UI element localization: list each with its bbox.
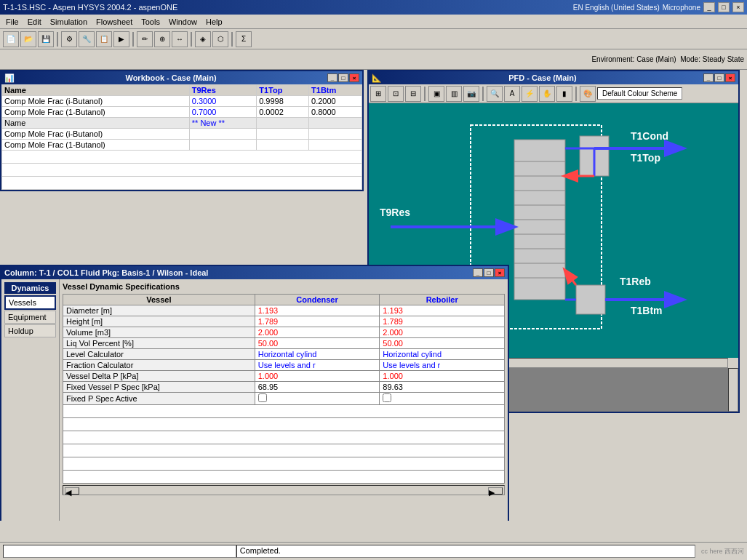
content-hscroll[interactable]: ◀ ▶ xyxy=(63,485,505,495)
val-fixedp-reb[interactable]: 89.63 xyxy=(380,382,505,393)
maximize-button[interactable]: □ xyxy=(718,2,730,12)
menu-window[interactable]: Window xyxy=(164,17,201,27)
misc1-icon[interactable]: Σ xyxy=(236,31,252,47)
val-fixedp-cond[interactable]: 68.95 xyxy=(255,382,380,393)
pfd-text[interactable]: A xyxy=(504,86,520,102)
val-levelcalc-cond[interactable]: Horizontal cylind xyxy=(255,349,380,360)
tool3-icon[interactable]: 📋 xyxy=(96,31,112,47)
wb-new-t1btm xyxy=(309,118,362,129)
specs-row-height: Height [m] 1.789 1.789 xyxy=(63,316,505,327)
tool4-icon[interactable]: ▶ xyxy=(113,31,129,47)
val-volume-reb[interactable]: 2.000 xyxy=(380,327,505,338)
pfd-tool3[interactable]: ⊟ xyxy=(405,86,421,102)
val-diameter-reb[interactable]: 1.193 xyxy=(380,305,505,316)
val-fraccalc-reb[interactable]: Use levels and r xyxy=(380,360,505,371)
val-levelcalc-reb[interactable]: Horizontal cylind xyxy=(380,349,505,360)
wb-r2-t1top[interactable]: 0.0002 xyxy=(257,107,309,118)
menu-file[interactable]: File xyxy=(1,17,23,27)
workbook-table: Name T9Res T1Top T1Btm Comp Mole Frac (i… xyxy=(1,84,362,190)
flow2-icon[interactable]: ⬡ xyxy=(212,31,228,47)
wb-r2-t9[interactable]: 0.7000 xyxy=(189,107,256,118)
menu-simulation[interactable]: Simulation xyxy=(46,17,92,27)
pfd-tool5[interactable]: ▥ xyxy=(446,86,462,102)
open-icon[interactable]: 📂 xyxy=(20,31,36,47)
pfd-hand[interactable]: ✋ xyxy=(539,86,555,102)
wb-r1-t9[interactable]: 0.3000 xyxy=(189,96,256,107)
pfd-vscroll[interactable] xyxy=(728,368,738,412)
flow1-icon[interactable]: ◈ xyxy=(195,31,211,47)
pfd-close[interactable]: × xyxy=(725,73,735,82)
pfd-tool1[interactable]: ⊞ xyxy=(370,86,386,102)
wb-r4-t1btm[interactable] xyxy=(309,140,362,151)
tool2-icon[interactable]: 🔧 xyxy=(79,31,95,47)
wb-r3-t9[interactable] xyxy=(189,129,256,140)
val-height-cond[interactable]: 1.789 xyxy=(255,316,380,327)
pfd-maximize[interactable]: □ xyxy=(714,73,724,82)
tool1-icon[interactable]: ⚙ xyxy=(61,31,77,47)
dialog-title: Column: T-1 / COL1 Fluid Pkg: Basis-1 / … xyxy=(4,268,208,277)
val-fraccalc-cond[interactable]: Use levels and r xyxy=(255,360,380,371)
menu-tools[interactable]: Tools xyxy=(137,17,164,27)
dialog-minimize[interactable]: _ xyxy=(473,268,483,277)
val-fixedpactive-reb[interactable] xyxy=(380,393,505,405)
pfd-tool2[interactable]: ⊡ xyxy=(388,86,404,102)
save-icon[interactable]: 💾 xyxy=(38,31,54,47)
nav-item-equipment[interactable]: Equipment xyxy=(4,311,56,324)
scroll-right-btn[interactable]: ▶ xyxy=(488,487,503,495)
val-deltap-reb[interactable]: 1.000 xyxy=(380,371,505,382)
pfd-bolt[interactable]: ⚡ xyxy=(522,86,538,102)
wb-new-val[interactable]: ** New ** xyxy=(189,118,256,129)
pfd-tool4[interactable]: ▣ xyxy=(428,86,444,102)
column-dialog: Column: T-1 / COL1 Fluid Pkg: Basis-1 / … xyxy=(0,265,509,521)
wb-r4-t9[interactable] xyxy=(189,140,256,151)
specs-row-deltap: Vessel Delta P [kPa] 1.000 1.000 xyxy=(63,371,505,382)
close-button[interactable]: × xyxy=(732,2,744,12)
pfd-palette[interactable]: 🎨 xyxy=(580,86,596,102)
dialog-close[interactable]: × xyxy=(495,268,505,277)
val-diameter-cond[interactable]: 1.193 xyxy=(255,305,380,316)
pfd-color-scheme[interactable]: Default Colour Scheme xyxy=(597,87,682,100)
pfd-title: PFD - Case (Main) xyxy=(508,73,577,82)
menu-flowsheet[interactable]: Flowsheet xyxy=(92,17,137,27)
wb-r4-t1top[interactable] xyxy=(257,140,309,151)
val-fixedpactive-cond[interactable] xyxy=(255,393,380,405)
scroll-left-btn[interactable]: ◀ xyxy=(65,487,79,495)
pfd-sep2 xyxy=(482,87,484,101)
val-liqvol-cond[interactable]: 50.00 xyxy=(255,338,380,349)
specs-empty-6 xyxy=(63,471,505,484)
wb-r1-t1top[interactable]: 0.9998 xyxy=(257,96,309,107)
val-liqvol-reb[interactable]: 50.00 xyxy=(380,338,505,349)
menu-edit[interactable]: Edit xyxy=(23,17,46,27)
val-height-reb[interactable]: 1.789 xyxy=(380,316,505,327)
wb-empty-3 xyxy=(2,177,362,190)
dialog-maximize[interactable]: □ xyxy=(484,268,494,277)
workbook-maximize[interactable]: □ xyxy=(338,73,348,82)
minimize-button[interactable]: _ xyxy=(703,2,715,12)
checkbox-fixedp-reb[interactable] xyxy=(383,393,391,402)
wb-r2-t1btm[interactable]: 0.8000 xyxy=(309,107,362,118)
wb-empty-1 xyxy=(2,151,362,164)
menu-help[interactable]: Help xyxy=(201,17,227,27)
lbl-volume: Volume [m3] xyxy=(63,327,255,338)
val-deltap-cond[interactable]: 1.000 xyxy=(255,371,380,382)
specs-empty-5 xyxy=(63,457,505,471)
workbook-close[interactable]: × xyxy=(349,73,359,82)
new-icon[interactable]: 📄 xyxy=(3,31,19,47)
nav-item-holdup[interactable]: Holdup xyxy=(4,324,56,337)
wb-r1-t1btm[interactable]: 0.2000 xyxy=(309,96,362,107)
draw1-icon[interactable]: ✏ xyxy=(137,31,153,47)
wb-r3-t1btm[interactable] xyxy=(309,129,362,140)
checkbox-fixedp-cond[interactable] xyxy=(258,393,267,402)
wb-r3-t1top[interactable] xyxy=(257,129,309,140)
pfd-search[interactable]: 🔍 xyxy=(487,86,503,102)
nav-item-vessels[interactable]: Vessels xyxy=(4,295,56,310)
wb-col-t1top: T1Top xyxy=(257,85,309,96)
pfd-bar[interactable]: ▮ xyxy=(556,86,572,102)
draw2-icon[interactable]: ⊕ xyxy=(154,31,170,47)
wb-row-1: Comp Mole Frac (i-Butanol) 0.3000 0.9998… xyxy=(2,96,362,107)
draw3-icon[interactable]: ↔ xyxy=(172,31,188,47)
val-volume-cond[interactable]: 2.000 xyxy=(255,327,380,338)
pfd-tool6[interactable]: 📷 xyxy=(463,86,479,102)
pfd-minimize[interactable]: _ xyxy=(703,73,714,82)
workbook-minimize[interactable]: _ xyxy=(327,73,337,82)
